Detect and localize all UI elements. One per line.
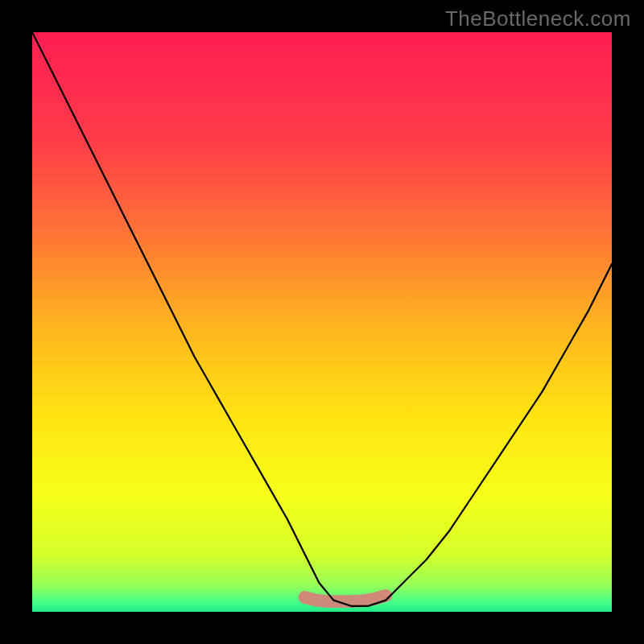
chart-svg — [32, 32, 612, 612]
gradient-background — [32, 32, 612, 612]
attribution-text: TheBottleneck.com — [445, 6, 631, 31]
chart-frame: TheBottleneck.com — [0, 0, 644, 644]
plot-area — [32, 32, 612, 612]
floor-segment — [304, 596, 386, 601]
